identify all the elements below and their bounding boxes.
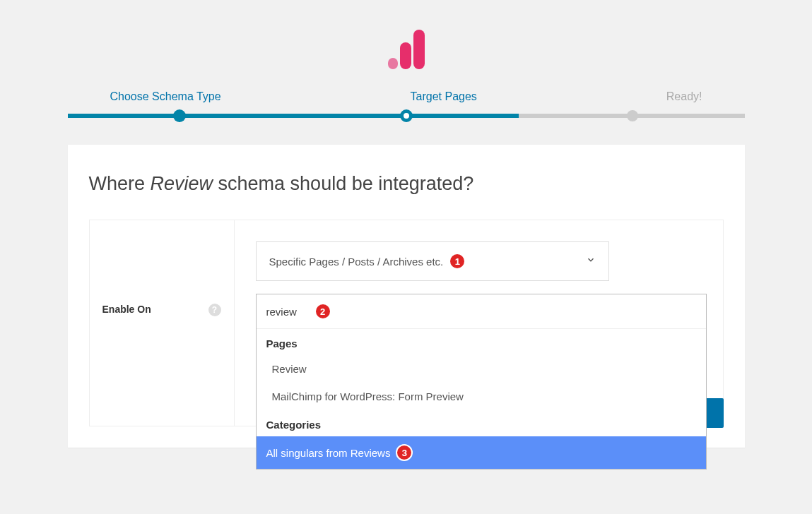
target-select[interactable]: Specific Pages / Posts / Archives etc. 1 (256, 241, 609, 281)
help-icon[interactable]: ? (208, 304, 221, 316)
enable-on-row: Enable On ? Specific Pages / Posts / Arc… (89, 220, 724, 426)
app-logo (0, 0, 812, 90)
select-value-text: Specific Pages / Posts / Archives etc. (269, 256, 444, 268)
wizard-panel: Where Review schema should be integrated… (68, 145, 745, 448)
title-pre: Where (89, 173, 151, 194)
step-label-1[interactable]: Choose Schema Type (110, 90, 221, 103)
wizard-steps: Choose Schema Type Target Pages Ready! (68, 90, 745, 118)
field-label-col: Enable On ? (90, 220, 235, 426)
logo-bar-2 (400, 42, 411, 69)
title-post: schema should be integrated? (213, 173, 473, 194)
title-schema-name: Review (151, 173, 213, 194)
step-label-3: Ready! (666, 90, 702, 103)
step-label-2[interactable]: Target Pages (411, 90, 477, 103)
step-dot-2[interactable] (400, 109, 413, 122)
dropdown-group-categories: Categories (257, 410, 706, 436)
step-dot-3 (627, 110, 638, 121)
enable-on-label: Enable On (102, 304, 151, 315)
page-title: Where Review schema should be integrated… (89, 173, 724, 195)
dropdown-item-review[interactable]: Review (257, 355, 706, 383)
search-input[interactable] (266, 306, 309, 318)
dropdown-group-pages: Pages (257, 329, 706, 355)
dropdown-item-text: All singulars from Reviews (266, 447, 391, 459)
step-dot-1[interactable] (173, 109, 186, 122)
annotation-badge-2: 2 (314, 303, 331, 320)
select-value: Specific Pages / Posts / Archives etc. 1 (269, 253, 466, 270)
logo-bar-1 (388, 58, 398, 69)
dropdown-item-mailchimp[interactable]: MailChimp for WordPress: Form Preview (257, 383, 706, 410)
logo-bars (388, 30, 425, 69)
search-dropdown: 2 Pages Review MailChimp for WordPress: … (256, 294, 707, 470)
chevron-down-icon (586, 255, 596, 268)
track-progress (68, 114, 519, 118)
dropdown-item-all-singulars[interactable]: All singulars from Reviews 3 (257, 436, 706, 469)
search-input-wrap[interactable]: 2 (257, 294, 706, 329)
field-input-col: Specific Pages / Posts / Archives etc. 1… (235, 220, 723, 426)
annotation-badge-3: 3 (396, 444, 413, 461)
annotation-badge-1: 1 (449, 253, 466, 270)
logo-bar-3 (413, 30, 425, 69)
